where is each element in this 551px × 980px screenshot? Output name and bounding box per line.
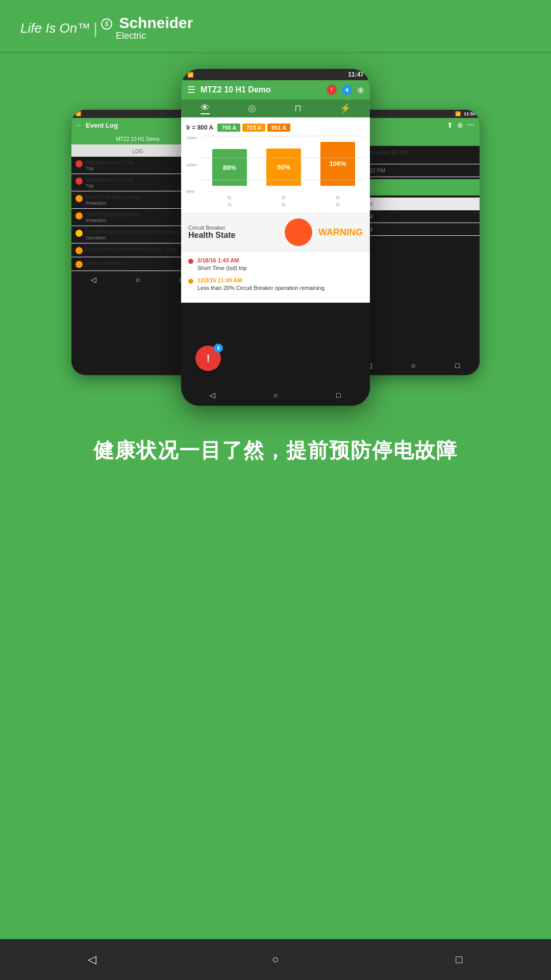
svg-text:S: S	[105, 20, 109, 28]
bar-label-i2: I2	[282, 195, 286, 200]
right-item-4: ...25 PM	[352, 213, 474, 219]
axis-labels: I1 I2 I3	[186, 202, 365, 207]
alert-item-2: 12/2/15 11:00 AM Less than 20% Circuit B…	[188, 277, 363, 292]
log-sub: Protection	[86, 218, 141, 223]
tab-lightning-icon[interactable]: ⚡	[340, 103, 351, 114]
left-title: Event Log	[86, 121, 118, 129]
bar-group-i1: 88% I1	[203, 136, 257, 194]
tab-view-icon[interactable]: 👁	[201, 103, 210, 114]
health-title: Circuit Breaker	[188, 225, 279, 231]
gridline-90	[203, 180, 365, 180]
ir-label: Ir = 800 A	[186, 124, 213, 131]
right-signal: 📶	[455, 111, 461, 116]
main-content: 📶 11:50 ← Event Log MTZ2 10 H1 Demo LOG …	[0, 54, 551, 485]
status-dot-orange	[76, 247, 83, 254]
bar-label-i1: I1	[228, 195, 232, 200]
bluetooth-right-icon: ⊕	[457, 121, 463, 129]
health-name: Health State	[188, 231, 279, 240]
system-recent-button[interactable]: □	[449, 949, 469, 970]
exclaim-icon: !	[207, 353, 210, 364]
schneider-text: S Schneider	[101, 15, 193, 31]
log-sub: Protection	[86, 201, 141, 206]
electric-text: Electric	[116, 31, 146, 41]
status-dot-orange	[76, 261, 83, 268]
health-state-section: Circuit Breaker Health State WARNING	[181, 212, 370, 252]
app-header: Life Is On™ | S Schneider Electric	[0, 0, 551, 52]
center-time: 11:47	[348, 71, 364, 78]
share-icon[interactable]: ⬆	[447, 121, 453, 129]
system-back-button[interactable]: ◁	[82, 949, 102, 970]
current-i1: 700 A	[217, 124, 240, 132]
notification-bubble[interactable]: ! 4	[195, 346, 221, 371]
home-button[interactable]: ○	[270, 389, 281, 401]
bar-label-i3: I3	[336, 195, 340, 200]
log-sub: Trip	[86, 166, 133, 171]
status-dot-orange	[76, 212, 83, 219]
center-title: MTZ2 10 H1 Demo	[201, 85, 321, 94]
current-i2: 723 A	[242, 124, 265, 132]
right-item-5: ...b5 PM	[352, 226, 474, 232]
axis-i2: I2	[257, 202, 311, 207]
log-text: Oldest unloaded c...	[86, 260, 131, 266]
schneider-logo: S Schneider Electric	[101, 15, 193, 41]
brand-name: Life Is On™ | S Schneider Electric	[20, 15, 193, 41]
bubble-count: 4	[214, 344, 223, 353]
bar-group-i2: 90% I2	[257, 136, 311, 194]
divider: |	[93, 20, 97, 37]
alert-item-1: 2/18/16 1:43 AM Short Time (Isd) trip	[188, 257, 363, 272]
health-labels: Circuit Breaker Health State	[188, 225, 279, 240]
system-home-button[interactable]: ○	[265, 949, 286, 970]
right-item-sub-1: High	[352, 155, 474, 161]
back-button[interactable]: ◁	[88, 274, 99, 285]
log-text: Instantaneous (li) trip	[86, 177, 133, 183]
status-dot-red	[76, 178, 83, 185]
menu-icon[interactable]: ☰	[187, 84, 195, 95]
schneider-icon: S	[101, 18, 113, 30]
life-is-on-text: Life Is On™	[20, 20, 90, 36]
alert-badge[interactable]: !	[327, 85, 337, 95]
tab-chart-icon[interactable]: ◎	[248, 103, 256, 114]
alert-desc-1: Short Time (Isd) trip	[197, 264, 247, 272]
home-button[interactable]: ○	[408, 360, 419, 371]
warning-label: WARNING	[318, 227, 363, 238]
right-highlighted-text	[352, 184, 474, 190]
notification-count[interactable]: 4	[342, 85, 352, 95]
alert-date-2: 12/2/15 11:00 AM	[197, 277, 324, 283]
tab-settings-icon[interactable]: ⊓	[294, 103, 302, 114]
center-tabs: 👁 ◎ ⊓ ⚡	[181, 100, 370, 118]
y-label-120: 120%	[186, 136, 196, 140]
current-values: 700 A 723 A 851 A	[217, 124, 290, 132]
alert-dot-orange	[188, 279, 193, 284]
log-sub: Operation	[86, 235, 196, 240]
center-app-header: ☰ MTZ2 10 H1 Demo ! 4 ⊕	[181, 80, 370, 100]
alert-section: 2/18/16 1:43 AM Short Time (Isd) trip 12…	[181, 252, 370, 303]
tagline: 健康状况一目了然，提前预防停电故障	[63, 416, 488, 485]
right-item-date: 2/14 3:22 PM	[352, 167, 474, 174]
right-item-label-1: Instantaneous (li) trip	[352, 149, 474, 155]
health-indicator	[285, 218, 312, 246]
y-label-90: 90%	[186, 189, 196, 194]
axis-i1: I1	[203, 202, 257, 207]
center-status-bar: 📶 11:47	[181, 69, 370, 80]
bar-group-i3: 106% I3	[311, 136, 365, 194]
left-signal-icon: 📶	[76, 111, 81, 116]
chart-header: Ir = 800 A 700 A 723 A 851 A	[186, 124, 365, 132]
recent-button[interactable]: □	[452, 360, 463, 371]
phones-display: 📶 11:50 ← Event Log MTZ2 10 H1 Demo LOG …	[71, 69, 480, 416]
wave-icon: 〰	[467, 121, 474, 129]
left-back-icon[interactable]: ←	[76, 121, 83, 129]
home-button[interactable]: ○	[132, 274, 143, 285]
chart-area: Ir = 800 A 700 A 723 A 851 A 120% 105% 9…	[181, 118, 370, 212]
log-sub: Trip	[86, 183, 133, 188]
gridline-105	[203, 158, 365, 158]
alert-date-1: 2/18/16 1:43 AM	[197, 257, 247, 263]
bar-chart: 120% 105% 90% 88% I1 90% I2	[186, 136, 365, 202]
back-button[interactable]: ◁	[207, 389, 218, 401]
log-text: Short Time (Isd) operate	[86, 211, 141, 218]
phone-center: 📶 11:47 ☰ MTZ2 10 H1 Demo ! 4 ⊕ 👁 ◎ ⊓ ⚡	[181, 69, 370, 406]
log-text: Short Time (Isd) operate	[86, 194, 141, 201]
bottom-navigation: ◁ ○ □	[0, 939, 551, 980]
bluetooth-icon: ⊕	[357, 85, 364, 95]
recent-button[interactable]: □	[333, 389, 344, 401]
center-signal: 📶	[187, 72, 193, 78]
